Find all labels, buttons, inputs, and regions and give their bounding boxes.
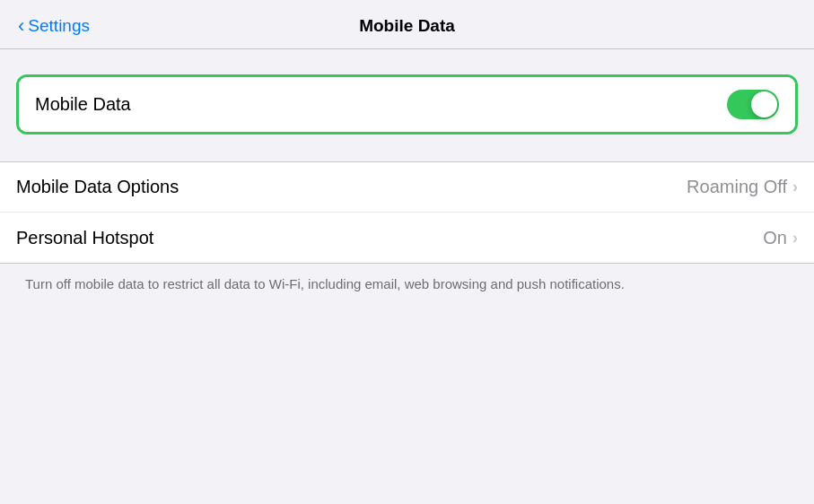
mobile-data-toggle[interactable] xyxy=(727,90,779,119)
back-button[interactable]: ‹ Settings xyxy=(18,16,90,36)
footer-note: Turn off mobile data to restrict all dat… xyxy=(0,264,814,294)
toggle-knob xyxy=(751,91,777,117)
mobile-data-group: Mobile Data xyxy=(16,74,798,135)
personal-hotspot-chevron: › xyxy=(792,229,798,248)
personal-hotspot-row[interactable]: Personal Hotspot On › xyxy=(0,213,814,263)
mobile-data-options-row[interactable]: Mobile Data Options Roaming Off › xyxy=(0,162,814,213)
mobile-data-options-value: Roaming Off xyxy=(687,177,787,197)
personal-hotspot-label: Personal Hotspot xyxy=(16,228,153,248)
page-title: Mobile Data xyxy=(359,16,455,36)
personal-hotspot-value: On xyxy=(763,228,787,248)
personal-hotspot-right: On › xyxy=(763,228,798,248)
mobile-data-options-right: Roaming Off › xyxy=(687,177,798,197)
mobile-data-options-label: Mobile Data Options xyxy=(16,177,179,197)
mobile-data-options-chevron: › xyxy=(792,178,798,196)
mobile-data-label: Mobile Data xyxy=(35,94,131,115)
settings-content: Mobile Data Mobile Data Options Roaming … xyxy=(0,49,814,294)
back-chevron-icon: ‹ xyxy=(18,16,24,36)
mobile-data-row: Mobile Data xyxy=(19,77,795,132)
header: ‹ Settings Mobile Data xyxy=(0,0,814,49)
back-label: Settings xyxy=(28,16,90,36)
secondary-settings-group: Mobile Data Options Roaming Off › Person… xyxy=(0,161,814,264)
